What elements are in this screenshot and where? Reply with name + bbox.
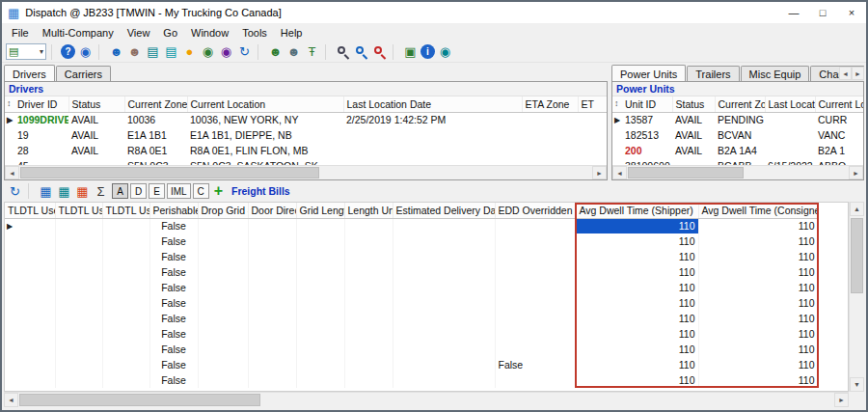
- grid-row[interactable]: 200AVAILB2A 1A4B2A 1: [612, 143, 863, 158]
- cell-estimated_delivery_date[interactable]: [393, 233, 495, 249]
- grid-row[interactable]: 28AVAILR8A 0E1R8A 0E1, FLIN FLON, MB: [5, 143, 607, 158]
- cell-status[interactable]: AVAIL: [68, 112, 124, 127]
- cell-door_direct[interactable]: [248, 280, 296, 295]
- cell-tldtl_use_2[interactable]: [55, 218, 102, 233]
- col-header-status[interactable]: Status: [672, 96, 715, 112]
- cell-tldtl_use_1[interactable]: ▶: [5, 218, 55, 233]
- cell-door_direct[interactable]: [248, 311, 296, 326]
- terminal-icon[interactable]: ▣: [402, 43, 419, 60]
- cell-driver_id[interactable]: 28: [5, 143, 68, 158]
- cell-grid_length[interactable]: [296, 218, 344, 233]
- scroll-track[interactable]: [850, 216, 864, 377]
- col-header-tldtl_use_3[interactable]: TLDTL Use: [102, 203, 149, 218]
- driver-pay-icon[interactable]: ☻: [285, 43, 302, 60]
- col-header-current_zone[interactable]: Current Zone: [124, 96, 187, 112]
- cell-unit_id[interactable]: 182513: [612, 127, 672, 143]
- info-icon[interactable]: i: [420, 44, 435, 59]
- col-header-current_location[interactable]: Current Location: [815, 96, 863, 112]
- cell-avg_dwell_shipper[interactable]: 110: [576, 280, 698, 295]
- cell-estimated_delivery_date[interactable]: [393, 372, 495, 388]
- cell-length_unit[interactable]: [344, 311, 393, 326]
- menu-multi-company[interactable]: Multi-Company: [36, 25, 121, 41]
- grid-row[interactable]: FalseFalse110110: [5, 357, 818, 372]
- cell-current_location[interactable]: 10036, NEW YORK, NY: [187, 112, 343, 127]
- cell-avg_dwell_shipper[interactable]: 110: [576, 218, 698, 233]
- find-trip-icon[interactable]: [371, 43, 388, 60]
- cell-drop_grid[interactable]: [198, 357, 248, 372]
- cell-door_direct[interactable]: [248, 357, 296, 372]
- grid-row[interactable]: False110110: [5, 342, 818, 357]
- cell-tldtl_use_2[interactable]: [55, 342, 102, 357]
- cell-tldtl_use_2[interactable]: [55, 280, 102, 295]
- col-header-estimated_delivery_date[interactable]: Estimated Delivery Date: [393, 203, 495, 218]
- cell-current_zone[interactable]: R8A 0E1: [124, 143, 187, 158]
- cell-tldtl_use_1[interactable]: [5, 233, 55, 249]
- scroll-left-button[interactable]: ◄: [5, 166, 19, 179]
- cell-last_location_date[interactable]: [343, 127, 522, 143]
- cell-drop_grid[interactable]: [198, 249, 248, 264]
- cell-tldtl_use_1[interactable]: [5, 264, 55, 280]
- cell-avg_dwell_consignee[interactable]: 110: [698, 233, 818, 249]
- cell-estimated_delivery_date[interactable]: [393, 357, 495, 372]
- cell-tldtl_use_3[interactable]: [102, 264, 149, 280]
- cell-avg_dwell_shipper[interactable]: 110: [576, 372, 698, 388]
- cell-unit_id[interactable]: 13587▶: [612, 112, 672, 127]
- cell-eta[interactable]: [578, 158, 607, 165]
- cell-avg_dwell_consignee[interactable]: 110: [698, 280, 818, 295]
- scroll-thumb[interactable]: [851, 218, 863, 293]
- cell-tldtl_use_2[interactable]: [55, 326, 102, 342]
- cell-grid_length[interactable]: [296, 233, 344, 249]
- cell-tldtl_use_1[interactable]: [5, 357, 55, 372]
- scroll-down-button[interactable]: ▼: [850, 377, 864, 392]
- cell-eta_zone[interactable]: [522, 158, 578, 165]
- cell-current_location[interactable]: S5N 0C3, SASKATOON, SK: [187, 158, 343, 165]
- cell-avg_dwell_shipper[interactable]: 110: [576, 249, 698, 264]
- cell-tldtl_use_3[interactable]: [102, 357, 149, 372]
- cell-status[interactable]: AVAIL: [672, 143, 715, 158]
- cell-grid_length[interactable]: [296, 372, 344, 388]
- cell-grid_length[interactable]: [296, 326, 344, 342]
- scroll-track[interactable]: [18, 393, 834, 407]
- cell-tldtl_use_3[interactable]: [102, 342, 149, 357]
- cell-edd_overridden[interactable]: [495, 264, 576, 280]
- cell-length_unit[interactable]: [344, 357, 393, 372]
- col-header-avg_dwell_shipper[interactable]: Avg Dwell Time (Shipper): [576, 203, 698, 218]
- cell-current_zone[interactable]: S5N 0C3: [124, 158, 187, 165]
- world-icon[interactable]: ◉: [77, 43, 94, 60]
- tab-misc-equip[interactable]: Misc Equip: [741, 66, 810, 81]
- scroll-right-button[interactable]: ►: [834, 393, 849, 407]
- cell-grid_length[interactable]: [296, 342, 344, 357]
- cell-current_zone[interactable]: BCABB: [715, 158, 765, 165]
- grid-row[interactable]: 38100600BCABB6/15/2022ABBO: [612, 158, 863, 165]
- cell-avg_dwell_consignee[interactable]: 110: [698, 342, 818, 357]
- maximize-button[interactable]: □: [808, 2, 837, 23]
- cell-door_direct[interactable]: [248, 372, 296, 388]
- cell-avg_dwell_shipper[interactable]: 110: [576, 264, 698, 280]
- cell-avg_dwell_shipper[interactable]: 110: [576, 311, 698, 326]
- cell-unit_id[interactable]: 200: [612, 143, 672, 158]
- cell-current_location[interactable]: VANC: [815, 127, 863, 143]
- cell-door_direct[interactable]: [248, 264, 296, 280]
- cell-drop_grid[interactable]: [198, 218, 248, 233]
- add-driver-icon[interactable]: ☻: [267, 43, 284, 60]
- cell-length_unit[interactable]: [344, 326, 393, 342]
- cell-edd_overridden[interactable]: [495, 342, 576, 357]
- grid-row[interactable]: 45S5N 0C3S5N 0C3, SASKATOON, SK: [5, 158, 607, 165]
- scroll-left-button[interactable]: ◄: [612, 166, 627, 179]
- cell-grid_length[interactable]: [296, 249, 344, 264]
- cell-door_direct[interactable]: [248, 218, 296, 233]
- cell-avg_dwell_consignee[interactable]: 110: [698, 264, 818, 280]
- cell-estimated_delivery_date[interactable]: [393, 264, 495, 280]
- tab-carriers[interactable]: Carriers: [56, 66, 111, 81]
- toggle-d[interactable]: D: [130, 183, 147, 199]
- cell-length_unit[interactable]: [344, 264, 393, 280]
- col-header-driver_id[interactable]: Driver ID↕: [5, 96, 68, 112]
- grid-view-teal-icon[interactable]: ▦: [56, 183, 72, 200]
- cell-tldtl_use_2[interactable]: [55, 249, 102, 264]
- cell-unit_id[interactable]: 38100600: [612, 158, 672, 165]
- find-icon[interactable]: [335, 43, 351, 60]
- cell-drop_grid[interactable]: [198, 233, 248, 249]
- cell-current_location[interactable]: ABBO: [815, 158, 863, 165]
- cell-current_zone[interactable]: BCVAN: [715, 127, 765, 143]
- grid-row[interactable]: False110110: [5, 372, 818, 388]
